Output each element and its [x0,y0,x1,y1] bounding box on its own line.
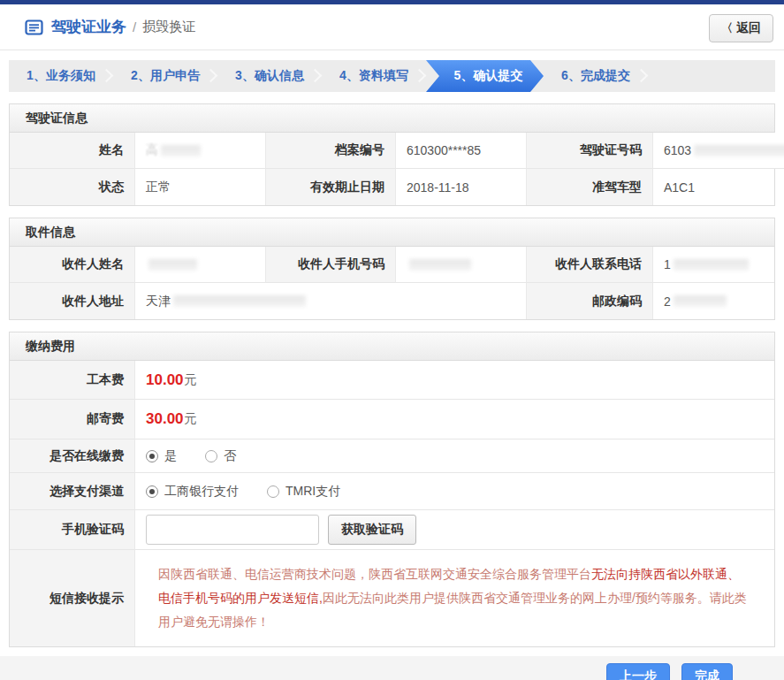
step-3-confirm-info[interactable]: 3、确认信息 [217,60,322,92]
step-6-finish-submit[interactable]: 6、完成提交 [544,60,648,92]
postage-fee-amount: 30.00 [146,410,184,428]
name-label: 姓名 [10,133,135,169]
postal-code-label: 邮政编码 [527,283,653,319]
redacted-postal-code [674,295,727,307]
radio-tmri-icon[interactable] [267,485,279,498]
breadcrumb-current: 损毁换证 [142,19,195,35]
pay-channel-label: 选择支付渠道 [10,473,135,510]
redacted-recipient-name [148,259,197,271]
fees-section: 缴纳费用 工本费 10.00元 邮寄费 30.00元 是否在线缴费 是 否 选择… [9,332,775,647]
sms-notice-text: 因陕西省联通、电信运营商技术问题，陕西省互联网交通安全综合服务管理平台无法向持陕… [135,550,774,646]
recipient-mobile-value [396,247,527,283]
name-value: 高 [135,133,266,169]
work-fee-amount: 10.00 [146,371,184,389]
pay-channel-option-icbc[interactable]: 工商银行支付 [146,484,239,500]
form-list-icon [25,19,43,35]
postage-fee-unit: 元 [185,411,197,427]
step-2-user-declaration[interactable]: 2、用户申告 [113,60,217,92]
recipient-mobile-label: 收件人手机号码 [266,247,396,283]
work-fee-label: 工本费 [10,361,135,400]
recipient-name-label: 收件人姓名 [10,247,135,283]
footer-action-bar: 上一步 完成 [0,656,784,680]
status-label: 状态 [10,169,135,205]
status-value: 正常 [135,169,266,205]
previous-step-button[interactable]: 上一步 [606,663,670,680]
vehicle-class-label: 准驾车型 [527,169,653,205]
online-pay-label: 是否在线缴费 [10,439,135,473]
license-no-value: 6103 [653,133,784,169]
pickup-info-section: 取件信息 收件人姓名 收件人手机号码 收件人联系电话 1 收件人地址 天津 邮政… [9,218,775,320]
file-no-value: 610300****85 [396,133,527,169]
redacted-name [161,145,201,157]
sms-code-row: 获取验证码 [135,510,774,550]
breadcrumb-divider: / [133,19,136,34]
step-5-confirm-submit-active[interactable]: 5、确认提交 [426,60,544,92]
recipient-tel-value: 1 [653,247,774,283]
license-info-section-title: 驾驶证信息 [10,104,774,133]
vehicle-class-value: A1C1 [653,169,774,205]
license-no-label: 驾驶证号码 [527,133,653,169]
finish-button[interactable]: 完成 [681,663,733,680]
sms-code-label: 手机验证码 [10,510,135,550]
recipient-address-label: 收件人地址 [10,283,135,319]
step-bar-filler [648,60,775,92]
back-button-label: 返回 [736,20,761,36]
recipient-tel-label: 收件人联系电话 [527,247,653,283]
redacted-recipient-address [173,295,306,307]
pickup-info-section-title: 取件信息 [10,218,774,247]
fees-section-title: 缴纳费用 [10,332,774,361]
page-title: 驾驶证业务 [51,17,126,37]
back-button[interactable]: 〈 返回 [709,14,773,42]
page-header: 驾驶证业务 / 损毁换证 〈 返回 [0,4,784,50]
recipient-name-value [135,247,266,283]
redacted-license-no [694,145,784,157]
online-pay-options: 是 否 [135,439,774,473]
redacted-recipient-tel [674,259,749,271]
step-progress-bar: 1、业务须知 2、用户申告 3、确认信息 4、资料填写 5、确认提交 6、完成提… [9,60,775,92]
step-1-business-notice[interactable]: 1、业务须知 [9,60,113,92]
back-chevron-icon: 〈 [721,20,733,36]
sms-notice-label: 短信接收提示 [10,550,135,646]
recipient-address-value: 天津 [135,283,527,319]
radio-no-icon[interactable] [205,450,217,462]
work-fee-unit: 元 [185,372,197,388]
online-pay-option-yes[interactable]: 是 [146,448,177,464]
pay-channel-options: 工商银行支付 TMRI支付 [135,473,774,510]
online-pay-option-no[interactable]: 否 [205,448,236,464]
work-fee-value: 10.00元 [135,361,774,400]
sms-code-input[interactable] [146,515,319,545]
get-sms-code-button[interactable]: 获取验证码 [328,515,416,545]
radio-yes-selected-icon[interactable] [146,450,158,462]
pay-channel-option-tmri[interactable]: TMRI支付 [267,484,340,500]
redacted-recipient-mobile [409,259,471,271]
postal-code-value: 2 [653,283,774,319]
step-4-fill-data[interactable]: 4、资料填写 [322,60,426,92]
radio-icbc-selected-icon[interactable] [146,485,158,498]
license-info-section: 驾驶证信息 姓名 高 档案编号 610300****85 驾驶证号码 6103 … [9,103,775,206]
postage-fee-value: 30.00元 [135,400,774,439]
notice-part-1: 因陕西省联通、电信运营商技术问题，陕西省互联网交通安全综合服务管理平台 [158,567,591,581]
file-no-label: 档案编号 [266,133,396,169]
expiry-label: 有效期止日期 [266,169,396,205]
expiry-value: 2018-11-18 [396,169,527,205]
postage-fee-label: 邮寄费 [10,400,135,439]
